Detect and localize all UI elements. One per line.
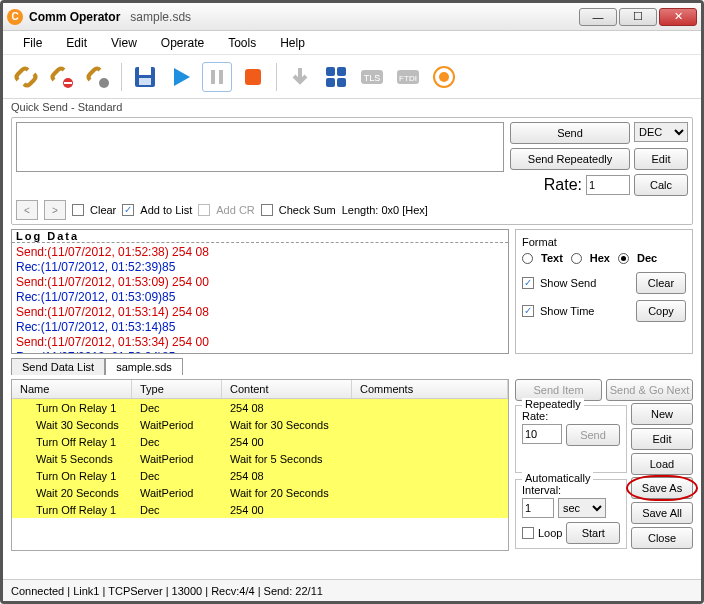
next-button[interactable]: > [44, 200, 66, 220]
rate-label: Rate: [510, 176, 582, 194]
show-time-checkbox[interactable] [522, 305, 534, 317]
rep-send-button: Send [566, 424, 620, 446]
log-body[interactable]: Send:(11/07/2012, 01:52:38) 254 08Rec:(1… [12, 243, 508, 353]
table-row[interactable]: Wait 20 SecondsWaitPeriodWait for 20 Sec… [12, 484, 508, 501]
close-button[interactable]: ✕ [659, 8, 697, 26]
add-cr-label: Add CR [216, 204, 255, 216]
close-list-button[interactable]: Close [631, 527, 693, 549]
status-bar: Connected | Link1 | TCPServer | 13000 | … [3, 579, 701, 601]
load-button[interactable]: Load [631, 453, 693, 475]
ftdi-icon[interactable]: FTDI [393, 62, 423, 92]
menu-help[interactable]: Help [270, 34, 315, 52]
format-hex-radio[interactable] [571, 253, 582, 264]
table-row[interactable]: Turn On Relay 1Dec254 08 [12, 467, 508, 484]
table-row[interactable]: Turn On Relay 1Dec254 08 [12, 399, 508, 416]
data-grid[interactable]: Name Type Content Comments Turn On Relay… [11, 379, 509, 551]
target-icon[interactable] [429, 62, 459, 92]
table-row[interactable]: Turn Off Relay 1Dec254 00 [12, 433, 508, 450]
format-dec-radio[interactable] [618, 253, 629, 264]
add-cr-checkbox [198, 204, 210, 216]
add-to-list-checkbox[interactable] [122, 204, 134, 216]
format-label: Format [522, 236, 686, 248]
svg-point-2 [99, 78, 109, 88]
unlink-icon[interactable] [47, 62, 77, 92]
col-type[interactable]: Type [132, 380, 222, 398]
svg-rect-11 [326, 78, 335, 87]
pause-icon[interactable] [202, 62, 232, 92]
loop-checkbox[interactable] [522, 527, 534, 539]
table-row[interactable]: Wait 30 SecondsWaitPeriodWait for 30 Sec… [12, 416, 508, 433]
svg-rect-12 [337, 78, 346, 87]
quick-send-panel: Send DEC Send Repeatedly Edit Rate: Calc… [11, 117, 693, 225]
document-name: sample.sds [130, 10, 191, 24]
menu-tools[interactable]: Tools [218, 34, 266, 52]
send-textarea[interactable] [16, 122, 504, 172]
svg-rect-10 [337, 67, 346, 76]
clear-checkbox[interactable] [72, 204, 84, 216]
col-name[interactable]: Name [12, 380, 132, 398]
app-icon: C [7, 9, 23, 25]
new-button[interactable]: New [631, 403, 693, 425]
svg-rect-4 [139, 67, 151, 75]
length-label: Length: 0x0 [Hex] [342, 204, 428, 216]
menu-operate[interactable]: Operate [151, 34, 214, 52]
format-select[interactable]: DEC [634, 122, 688, 142]
interval-input[interactable] [522, 498, 554, 518]
send-repeatedly-button[interactable]: Send Repeatedly [510, 148, 630, 170]
title-bar: C Comm Operator sample.sds — ☐ ✕ [3, 3, 701, 31]
log-copy-button[interactable]: Copy [636, 300, 686, 322]
svg-rect-7 [219, 70, 223, 84]
download-icon[interactable] [285, 62, 315, 92]
log-title: Log Data [12, 230, 508, 243]
svg-point-18 [439, 72, 449, 82]
svg-rect-5 [139, 78, 151, 85]
tab-send-data-list[interactable]: Send Data List [11, 358, 105, 375]
svg-text:FTDI: FTDI [399, 74, 417, 83]
send-go-next-button: Send & Go Next [606, 379, 693, 401]
clear-label: Clear [90, 204, 116, 216]
toolbar: TLS FTDI [3, 55, 701, 99]
link-settings-icon[interactable] [83, 62, 113, 92]
save-icon[interactable] [130, 62, 160, 92]
quick-send-label: Quick Send - Standard [3, 99, 701, 115]
svg-rect-9 [326, 67, 335, 76]
play-icon[interactable] [166, 62, 196, 92]
log-clear-button[interactable]: Clear [636, 272, 686, 294]
checksum-label: Check Sum [279, 204, 336, 216]
status-text: Connected | Link1 | TCPServer | 13000 | … [11, 585, 323, 597]
rate-input[interactable] [586, 175, 630, 195]
maximize-button[interactable]: ☐ [619, 8, 657, 26]
table-row[interactable]: Wait 5 SecondsWaitPeriodWait for 5 Secon… [12, 450, 508, 467]
show-send-checkbox[interactable] [522, 277, 534, 289]
col-comments[interactable]: Comments [352, 380, 508, 398]
interval-unit-select[interactable]: sec [558, 498, 606, 518]
svg-text:TLS: TLS [364, 73, 381, 83]
format-text-radio[interactable] [522, 253, 533, 264]
send-button[interactable]: Send [510, 122, 630, 144]
add-to-list-label: Add to List [140, 204, 192, 216]
menu-view[interactable]: View [101, 34, 147, 52]
save-as-button[interactable]: Save As [631, 477, 693, 499]
edit-button[interactable]: Edit [634, 148, 688, 170]
minimize-button[interactable]: — [579, 8, 617, 26]
stop-icon[interactable] [238, 62, 268, 92]
checksum-checkbox[interactable] [261, 204, 273, 216]
table-row[interactable]: Turn Off Relay 1Dec254 00 [12, 501, 508, 518]
app-title: Comm Operator [29, 10, 120, 24]
format-panel: Format Text Hex Dec Show SendClear Show … [515, 229, 693, 354]
menu-bar: File Edit View Operate Tools Help [3, 31, 701, 55]
save-all-button[interactable]: Save All [631, 502, 693, 524]
svg-rect-8 [245, 69, 261, 85]
start-button[interactable]: Start [566, 522, 620, 544]
prev-button[interactable]: < [16, 200, 38, 220]
tls-icon[interactable]: TLS [357, 62, 387, 92]
menu-edit[interactable]: Edit [56, 34, 97, 52]
edit-list-button[interactable]: Edit [631, 428, 693, 450]
col-content[interactable]: Content [222, 380, 352, 398]
link-icon[interactable] [11, 62, 41, 92]
calculator-icon[interactable] [321, 62, 351, 92]
menu-file[interactable]: File [13, 34, 52, 52]
calc-button[interactable]: Calc [634, 174, 688, 196]
tab-sample-sds[interactable]: sample.sds [105, 358, 183, 375]
rep-rate-input[interactable] [522, 424, 562, 444]
